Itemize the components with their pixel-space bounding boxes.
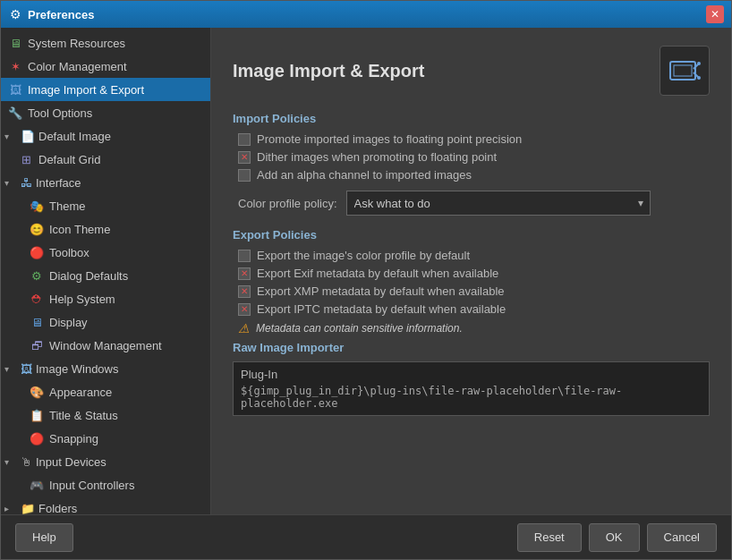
app-icon: ⚙ [8,7,22,21]
dialog-defaults-icon: ⚙ [30,268,44,283]
alpha-row: Add an alpha channel to imported images [238,168,710,182]
sidebar-item-input-controllers[interactable]: 🎮 Input Controllers [1,473,210,496]
sidebar-label-theme: Theme [49,199,85,213]
sidebar-label-icon-theme: Icon Theme [49,223,110,236]
sidebar-item-color-management[interactable]: ✶ Color Management [1,55,210,78]
export-iptc-checkbox[interactable] [238,303,251,316]
promote-float-checkbox[interactable] [238,133,251,146]
titlebar: ⚙ Preferences ✕ [1,1,731,28]
export-color-profile-row: Export the image's color profile by defa… [238,249,710,262]
ok-button[interactable]: OK [589,523,640,552]
default-grid-icon: ⊞ [19,152,33,166]
alpha-label: Add an alpha channel to imported images [257,168,472,182]
color-profile-select-wrapper: Ask what to do Keep embedded profile Con… [346,191,651,216]
svg-point-4 [697,62,701,65]
dither-row: Dither images when promoting to floating… [238,150,710,164]
export-color-profile-label: Export the image's color profile by defa… [257,249,470,262]
image-windows-toggle: ▾ [4,364,17,374]
sidebar-label-system-resources: System Resources [28,37,125,50]
color-management-icon: ✶ [8,59,22,73]
sidebar-item-default-image[interactable]: ▾ 📄 Default Image [1,124,210,148]
sidebar-item-input-devices[interactable]: ▾ 🖱 Input Devices [1,450,210,473]
sidebar-label-image-import-export: Image Import & Export [28,83,144,97]
export-xmp-row: Export XMP metadata by default when avai… [238,284,710,298]
sidebar-label-title-status: Title & Status [49,409,118,422]
metadata-warning-row: ⚠ Metadata can contain sensitive informa… [238,321,710,335]
sidebar-item-image-import-export[interactable]: 🖼 Image Import & Export [1,78,210,101]
dither-label: Dither images when promoting to floating… [257,150,497,164]
panel-icon-svg [668,55,701,87]
dither-checkbox[interactable] [238,151,251,164]
default-image-toggle: ▾ [4,132,17,141]
preferences-window: ⚙ Preferences ✕ 🖥 System Resources ✶ Col… [0,0,732,560]
display-icon: 🖥 [30,315,44,329]
svg-point-5 [697,76,701,80]
sidebar-label-display: Display [49,316,88,329]
sidebar-item-icon-theme[interactable]: 😊 Icon Theme [1,217,210,241]
sidebar-item-image-windows[interactable]: ▾ 🖼 Image Windows [1,357,210,380]
sidebar-label-appearance: Appearance [49,386,112,399]
color-profile-select[interactable]: Ask what to do Keep embedded profile Con… [346,191,651,216]
raw-importer-title: Raw Image Importer [233,341,710,354]
panel-icon-box [660,46,710,96]
sidebar-label-color-management: Color Management [28,60,127,73]
sidebar-item-window-management[interactable]: 🗗 Window Management [1,334,210,357]
export-iptc-label: Export IPTC metadata by default when ava… [257,302,506,316]
export-xmp-checkbox[interactable] [238,285,251,298]
sidebar-item-toolbox[interactable]: 🔴 Toolbox [1,241,210,264]
sidebar-label-window-management: Window Management [49,339,162,352]
export-exif-checkbox[interactable] [238,267,251,280]
export-exif-label: Export Exif metadata by default when ava… [257,267,498,280]
sidebar-item-dialog-defaults[interactable]: ⚙ Dialog Defaults [1,264,210,287]
sidebar-label-tool-options: Tool Options [28,106,92,120]
sidebar-item-title-status[interactable]: 📋 Title & Status [1,403,210,427]
interface-toggle: ▾ [4,178,17,188]
warning-icon: ⚠ [238,321,250,335]
promote-float-label: Promote imported images to floating poin… [257,132,522,146]
sidebar-item-snapping[interactable]: 🔴 Snapping [1,427,210,450]
sidebar-label-toolbox: Toolbox [49,246,89,259]
action-buttons: Reset OK Cancel [517,523,717,552]
panel-header: Image Import & Export [233,46,710,96]
folders-icon: 📁 [21,502,35,515]
titlebar-left: ⚙ Preferences [8,7,94,21]
import-policies-title: Import Policies [233,112,710,125]
sidebar-label-input-controllers: Input Controllers [49,479,134,492]
close-button[interactable]: ✕ [706,5,724,23]
export-xmp-label: Export XMP metadata by default when avai… [257,284,505,298]
input-devices-icon: 🖱 [21,455,32,469]
sidebar-item-default-grid[interactable]: ⊞ Default Grid [1,148,210,171]
help-button[interactable]: Help [15,523,73,552]
sidebar-item-help-system[interactable]: ⛑ Help System [1,287,210,310]
reset-button[interactable]: Reset [517,523,582,552]
sidebar-label-folders: Folders [38,502,77,515]
help-system-icon: ⛑ [30,292,44,306]
sidebar-item-folders[interactable]: ▸ 📁 Folders [1,496,210,514]
window-title: Preferences [28,8,94,21]
cancel-button[interactable]: Cancel [647,523,717,552]
alpha-checkbox[interactable] [238,169,251,182]
export-policies-title: Export Policies [233,228,710,242]
sidebar-label-dialog-defaults: Dialog Defaults [49,269,128,283]
color-profile-label: Color profile policy: [238,197,337,210]
sidebar-item-interface[interactable]: ▾ 🖧 Interface [1,171,210,194]
default-image-icon: 📄 [21,130,35,143]
export-color-profile-checkbox[interactable] [238,250,251,262]
sidebar-item-tool-options[interactable]: 🔧 Tool Options [1,101,210,124]
sidebar-label-image-windows: Image Windows [36,362,118,376]
sidebar-item-system-resources[interactable]: 🖥 System Resources [1,31,210,55]
sidebar: 🖥 System Resources ✶ Color Management 🖼 … [1,28,211,514]
title-status-icon: 📋 [30,408,44,422]
raw-importer-box: Plug-In ${gimp_plug_in_dir}\plug-ins\fil… [233,361,710,416]
sidebar-item-theme[interactable]: 🎭 Theme [1,194,210,217]
interface-icon: 🖧 [21,176,32,190]
sidebar-label-default-grid: Default Grid [38,153,100,166]
color-profile-row: Color profile policy: Ask what to do Kee… [238,191,710,216]
sidebar-label-snapping: Snapping [49,432,98,445]
sidebar-item-appearance[interactable]: 🎨 Appearance [1,380,210,403]
folders-toggle: ▸ [4,504,17,513]
sidebar-item-display[interactable]: 🖥 Display [1,310,210,334]
sidebar-label-help-system: Help System [49,293,115,306]
image-windows-icon: 🖼 [21,362,32,376]
plugin-label: Plug-In [241,368,702,381]
